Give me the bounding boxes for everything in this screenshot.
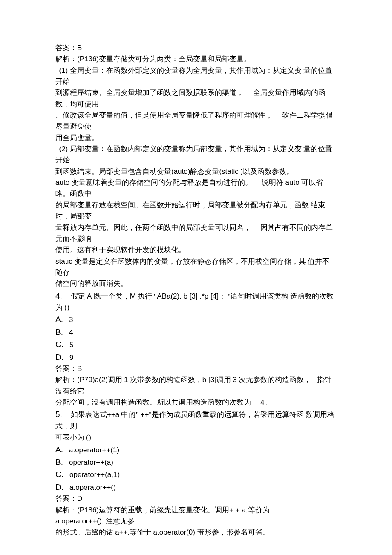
text: 既一个类， (92, 292, 130, 300)
question-number: 4. (55, 291, 62, 300)
text: 次无参数的构造函数， (237, 376, 311, 384)
q3-explain-l5: 用全局变量。 (55, 132, 337, 144)
text: 调用 (108, 376, 124, 384)
text: (2) (59, 145, 68, 153)
answer-value: B (77, 365, 82, 373)
q5-stem-line1: 5.如果表达式++a 中的" ++"是作为成员函数重载的运算符，若采用运算符函 … (55, 408, 337, 432)
q3-explain-l10: 量释放内存单元。因此，任两个函数中的局部变量可以同名，因其占有不同的内存单元而不… (55, 222, 337, 245)
option-letter: A. (55, 443, 63, 456)
text: 储空间的释放而消失。 (55, 279, 128, 288)
option-text: 9 (69, 354, 73, 362)
option-letter: B. (55, 456, 63, 468)
q3-explain-l4: 、修改该全局变量的值，但是使用全局变量降低了程序的可理解性，软件工程学提倡尽量避… (55, 110, 337, 132)
text: (1) (59, 66, 68, 75)
q3-answer-line: 答案：B (55, 43, 337, 54)
option-letter: D. (55, 351, 63, 363)
text: 以及函数参数。 (243, 167, 294, 175)
q3-explain-l12: static 变量是定义在函数体内的变量，存放在静态存储区，不用栈空间存储，其 … (55, 256, 337, 279)
answer-value: D (77, 495, 82, 503)
q4-stem-line1: 4.假定 A 既一个类，M 执行" ABa(2), b [3] ,*p [4]；… (55, 290, 337, 302)
q3-explain-l3: 到源程序结束。全局变量增加了函数之间数据联系的渠道，全局变量作用域内的函数，均可… (55, 87, 337, 110)
q3-explain-l6: (2) 局部变量：在函数内部定义的变量称为局部变量，其作用域为：从定义变 量的位… (55, 144, 337, 166)
text: 为 () (55, 303, 69, 311)
text: b [3] (202, 376, 216, 384)
text: 的形式。后缀的话 (55, 528, 115, 536)
option-text: operator++(a) (69, 458, 113, 466)
text: 变量是定义在函数体内的变量，存放在静态存储区，不用栈空间存储，其 值并不随存 (55, 257, 329, 276)
q5-option-c: C.operator++(a,1) (55, 468, 337, 480)
option-letter: C. (55, 468, 63, 480)
text: 变量意味着变量的存储空间的分配与释放是自动进行的。 (69, 178, 252, 187)
q4-answer-line: 答案：B (55, 363, 337, 374)
q3-explain-l13: 储空间的释放而消失。 (55, 278, 337, 289)
q3-explain-l11: 使用。这有利于实现软件开发的模块化。 (55, 244, 337, 256)
q3-explain-l7: 到函数结束。局部变量包含自动变量(auto)静态变量(static )以及函数参… (55, 166, 337, 177)
answer-label: 答案： (55, 495, 77, 503)
option-text: a.operator++(1) (69, 446, 119, 454)
text: 分配空间，没有调用构造函数。所以共调用构造函数的次数为 (55, 398, 251, 406)
document-page: 答案：B 解析：(P136)变量存储类可分为两类：全局变量和局部变量。 (1) … (0, 0, 392, 555)
option-letter: B. (55, 326, 63, 338)
text: 变量存储类可分为两类：全局变量和局部变量。 (99, 55, 251, 63)
text: 带形参，形参名可省。 (197, 528, 270, 536)
q3-explain-l9: 的局部变量存放在栈空间。在函数开始运行时，局部变量被分配内存单元，函数 结束时，… (55, 200, 337, 222)
explain-ref: (P136) (77, 55, 99, 63)
text: 到函数结束。局部变量包含自动变量 (55, 167, 171, 175)
text: 运算符的重载，前缀先让变量变化。调用 (99, 506, 229, 514)
q4-option-d: D.9 (55, 351, 337, 363)
text: 静态变量 (190, 167, 219, 175)
q4-stem-line2: 为 () (55, 302, 337, 313)
q4-option-a: A.3 (55, 313, 337, 325)
text: (static ) (219, 167, 243, 175)
q5-option-d: D.a.operator++() (55, 481, 337, 493)
q5-explain-l1: 解析：(P186)运算符的重载，前缀先让变量变化。调用+ + a,等价为 (55, 505, 337, 516)
text: 3 (233, 376, 236, 384)
q5-answer-line: 答案：D (55, 493, 337, 504)
text: a.operator++(), (55, 517, 104, 525)
q4-option-b: B.4 (55, 326, 337, 338)
text: a.operator(0), (153, 528, 197, 536)
q4-option-c: C.5 (55, 338, 337, 351)
q5-option-b: B.operator++(a) (55, 456, 337, 468)
text: A (87, 292, 92, 300)
text: 到源程序结束。全局变量增加了函数之间数据联系的渠道， (55, 89, 244, 97)
text: static (55, 257, 72, 265)
answer-label: 答案： (55, 365, 77, 373)
explain-ref: (P79)a(2) (77, 376, 108, 384)
text: ++" (141, 411, 152, 419)
text: 说明符 (262, 178, 285, 187)
answer-label: 答案： (55, 44, 77, 52)
text: 使用。这有利于实现软件开发的模块化。 (55, 246, 186, 254)
q5-explain-l3: 的形式。后缀的话 a++,等价于 a.operator(0),带形参，形参名可省… (55, 527, 337, 538)
text: 等价为 (248, 506, 270, 514)
text: 可表小为 () (55, 433, 91, 441)
text: auto (55, 178, 69, 187)
option-text: operator++(a,1) (69, 471, 120, 479)
q3-explain-l1: 解析：(P136)变量存储类可分为两类：全局变量和局部变量。 (55, 54, 337, 65)
q3-explain-l2: (1) 全局变量：在函数外部定义的变量称为全局变量，其作用域为：从定义变 量的位… (55, 65, 337, 88)
text: ABa(2), b [3] ,*p [4] (157, 292, 219, 300)
question-number: 5. (55, 410, 62, 419)
answer-value: B (77, 44, 82, 52)
option-text: a.operator++() (69, 483, 116, 492)
text: 全局变量：在函数外部定义的变量称为全局变量，其作用域为：从定义变 量的位置开始 (55, 66, 332, 86)
text: 的局部变量存放在栈空间。在函数开始运行时，局部变量被分配内存单元，函数 结束时，… (55, 201, 325, 220)
text: 用全局变量。 (55, 134, 99, 142)
text: 1 (124, 376, 128, 384)
text: 、修改该全局变量的值，但是使用全局变量降低了程序的可理解性， (55, 111, 273, 119)
text: ++a (107, 411, 119, 419)
text: 如果表达式 (71, 411, 107, 419)
option-letter: D. (55, 481, 63, 493)
text: 量释放内存单元。因此，任两个函数中的局部变量可以同名， (55, 224, 251, 232)
text: 执行" (136, 292, 157, 300)
text: M (130, 292, 136, 300)
explain-prefix: 解析： (55, 506, 77, 514)
q4-explain-l2: 分配空间，没有调用构造函数。所以共调用构造函数的次数为4。 (55, 397, 337, 408)
q5-option-a: A.a.operator++(1) (55, 443, 337, 456)
text: 次带参数的构造函数， (128, 376, 202, 384)
option-text: 3 (69, 316, 73, 324)
text: 调用 (216, 376, 233, 384)
explain-ref: (P186) (77, 506, 99, 514)
explain-prefix: 解析： (55, 376, 77, 384)
option-text: 5 (69, 341, 73, 349)
